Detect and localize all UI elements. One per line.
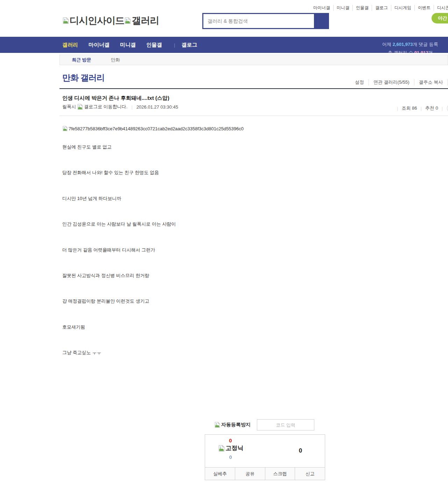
top-utility-bar: 마이너갤 미니갤 인물갤 갤로그 디시게임 이벤트 디시콘 로그인 <box>310 4 448 12</box>
nav-item-person-gallery[interactable]: 인물갤 <box>146 42 162 48</box>
post-header-divider <box>59 116 448 116</box>
night-mode-button[interactable]: 야간 모드 <box>432 13 448 23</box>
post-meta-right: | 조회 86 | 추천 0 | 댓글 <box>393 104 448 113</box>
stats-text: 어제 <box>382 42 393 47</box>
search-input[interactable] <box>203 14 314 28</box>
logo-text-dcinside: 디시인사이드 <box>70 14 124 27</box>
vote-box: 0 고정닉 0 0 실베추 공유 스크랩 신고 <box>205 434 325 480</box>
post-meta: 릴폭시 갤로그로 이동합니다. | 2026.01.27 03:30:45 <box>62 104 178 110</box>
post-broken-image: 7fe58277b5836bff3ce7e9b41489263cc0721cab… <box>62 126 244 131</box>
recommend-count: 추천 0 <box>425 105 438 111</box>
meta-divider: | <box>131 104 132 110</box>
toplink-mini-gallery[interactable]: 미니갤 <box>334 5 353 11</box>
post-body: 7fe58277b5836bff3ce7e9b41489263cc0721cab… <box>62 124 398 370</box>
silbechu-button[interactable]: 실베추 <box>205 468 235 480</box>
meta-divider: | <box>397 106 398 111</box>
page-title: 만화 갤러리 <box>62 72 105 83</box>
fixed-nick-count: 0 <box>205 455 256 460</box>
logo-text-gallery: 갤러리 <box>132 14 159 27</box>
share-button[interactable]: 공유 <box>235 468 265 480</box>
broken-image-icon <box>124 17 131 24</box>
post-paragraph: 디시만 10년 넘게 하다보니까 <box>62 195 121 202</box>
toplink-dccon[interactable]: 디시콘 <box>434 5 448 11</box>
stats-text: 개 <box>428 50 433 53</box>
copy-gallery-url-link[interactable]: 갤주소 복사 <box>414 79 448 85</box>
nav-item-gallog[interactable]: 갤로그 <box>181 42 197 48</box>
upvote-count: 0 <box>205 437 256 443</box>
nav-divider: | <box>174 42 175 48</box>
fixed-nick-vote-button[interactable]: 고정닉 <box>205 444 256 452</box>
captcha-code-input[interactable] <box>257 419 314 430</box>
nav-item-gallery[interactable]: 갤러리 <box>62 42 78 48</box>
fixed-nick-label: 고정닉 <box>226 444 244 452</box>
toplink-gallog[interactable]: 갤로그 <box>372 5 391 11</box>
post-paragraph: 잘못된 사고방식과 정신병 비스므리 한거랑 <box>62 272 149 279</box>
image-alt-text: 7fe58277b5836bff3ce7e9b41489263cc0721cab… <box>69 126 244 131</box>
post-paragraph: 인간 김성윤으로 아는 사람보다 날 릴폭시로 아는 사람이 <box>62 221 176 227</box>
breadcrumb-current-gallery[interactable]: 만화 <box>111 57 120 63</box>
vote-area: 0 고정닉 0 0 <box>205 435 325 468</box>
broken-image-icon <box>62 17 69 24</box>
post-paragraph: 호모새기됨 <box>62 324 85 330</box>
main-nav-bar: 갤러리 마이너갤 미니갤 인물갤 | 갤로그 어제 2,601,973개 댓글 … <box>0 37 448 53</box>
gallog-link[interactable]: 갤로그로 이동합니다. <box>77 104 127 110</box>
report-button[interactable]: 신고 <box>295 468 325 480</box>
post-paragraph: 그냥 죽고싶노 ㅜㅜ <box>62 350 101 356</box>
toplink-dcgame[interactable]: 디시게임 <box>391 5 415 11</box>
stats-number: 2,601,973 <box>393 42 413 47</box>
stats-text: 총 갤러리 수 <box>388 50 414 53</box>
breadcrumb-recent-visit[interactable]: 최근 방문 <box>72 57 91 63</box>
stats-text: 개 댓글 등록 <box>413 42 438 47</box>
broken-image-icon <box>214 422 220 428</box>
toplink-minor-gallery[interactable]: 마이너갤 <box>310 5 334 11</box>
vote-buttons-row: 실베추 공유 스크랩 신고 <box>205 467 325 480</box>
captcha-label: 자동등록방지 <box>221 422 251 428</box>
meta-divider: | <box>420 106 421 111</box>
related-galleries-link[interactable]: 연관 갤러리(5/55) <box>369 79 414 85</box>
post-paragraph: 더 많은거 같음 어렷을때부터 디시해서 그런가 <box>62 247 155 253</box>
toplink-person-gallery[interactable]: 인물갤 <box>353 5 372 11</box>
nav-item-mini-gallery[interactable]: 미니갤 <box>120 42 136 48</box>
scrap-button[interactable]: 스크랩 <box>265 468 295 480</box>
gallery-action-links: 설정 연관 갤러리(5/55) 갤주소 복사 이용안내 <box>350 79 448 85</box>
nav-stats-comments: 어제 2,601,973개 댓글 등록 <box>382 41 438 48</box>
search-bar <box>202 13 329 29</box>
view-count: 조회 86 <box>401 105 417 111</box>
site-logo[interactable]: 디시인사이드 갤러리 <box>62 14 159 27</box>
broken-image-icon <box>62 126 68 131</box>
toplink-event[interactable]: 이벤트 <box>415 5 434 11</box>
settings-link[interactable]: 설정 <box>350 79 369 85</box>
meta-divider: | <box>442 106 443 111</box>
post-date: 2026.01.27 03:30:45 <box>136 104 178 110</box>
title-divider <box>59 88 448 89</box>
post-paragraph: 당장 전화해서 나와! 할수 있는 친구 한명도 없음 <box>62 170 159 176</box>
post-title: 인생 디시에 박은거 존나 후회돼네....txt (스압) <box>62 95 169 102</box>
nav-item-minor-gallery[interactable]: 마이너갤 <box>89 42 110 48</box>
breadcrumb: 최근 방문 만화 <box>59 55 448 65</box>
nav-stats-galleries: 총 갤러리 수 91,912개 <box>388 50 433 53</box>
stats-number: 91,912 <box>414 50 428 53</box>
downvote-count: 0 <box>275 447 326 454</box>
broken-image-icon <box>218 445 225 452</box>
nav-items: 갤러리 마이너갤 미니갤 인물갤 | 갤로그 <box>62 37 208 53</box>
post-paragraph: 걍 애정결핍이랑 분리불안 이런것도 생기고 <box>62 298 149 304</box>
post-author[interactable]: 릴폭시 <box>62 104 76 110</box>
search-button[interactable] <box>314 14 328 28</box>
gallog-link-label: 갤로그로 이동합니다. <box>84 104 127 110</box>
broken-image-icon <box>77 104 83 110</box>
captcha-row: 자동등록방지 <box>214 419 314 430</box>
post-paragraph: 현실에 친구도 별로 없고 <box>62 144 112 150</box>
